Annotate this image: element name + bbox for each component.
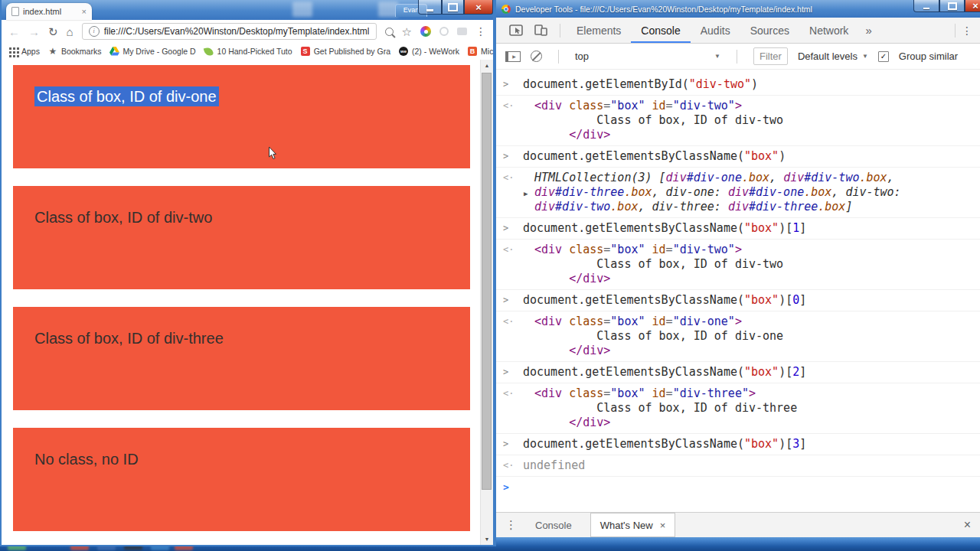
console-entry-command: >document.getElementsByClassName("box")[…	[496, 362, 980, 383]
browser-window: index.html × Evan × ← → ↻ ⌂ i file:///C:…	[0, 0, 496, 546]
no-class-box: No class, no ID	[13, 428, 470, 531]
leaf-icon	[204, 47, 214, 57]
address-bar[interactable]: i file:///C:/Users/Evan%20Winston/Deskto…	[82, 23, 377, 40]
devtools-window: Developer Tools - file:///C:/Users/Evan%…	[496, 0, 980, 537]
device-toolbar-icon[interactable]	[529, 24, 554, 37]
console-entry-command: >document.getElementsByClassName("box")[…	[496, 434, 980, 455]
bookmark-drive[interactable]: My Drive - Google D	[109, 47, 195, 57]
more-tabs-icon[interactable]: »	[858, 24, 878, 37]
clear-console-icon[interactable]	[531, 51, 542, 62]
bookmarks-star-icon: ★	[47, 47, 58, 57]
apps-grid-icon	[8, 47, 18, 57]
execution-context-dropdown[interactable]: top ▼	[575, 51, 720, 62]
bookmark-star-icon[interactable]: ☆	[402, 26, 412, 37]
close-icon: ×	[475, 2, 482, 12]
command-chevron-icon: >	[503, 437, 508, 452]
command-chevron-icon: >	[503, 221, 508, 236]
result-arrow-icon: <·	[503, 458, 514, 473]
maximize-button[interactable]	[939, 0, 965, 12]
devtools-drawer-bar: ⋮ Console What's New × ×	[496, 512, 980, 537]
minimize-button[interactable]	[913, 0, 939, 12]
tab-close-icon[interactable]: ×	[82, 8, 87, 16]
scroll-up-icon[interactable]: ▲	[481, 60, 493, 71]
google-drive-icon	[109, 47, 119, 57]
browser-menu-icon[interactable]: ⋮	[475, 26, 486, 37]
extension-color-wheel-icon[interactable]	[420, 26, 431, 37]
desktop: index.html × Evan × ← → ↻ ⌂ i file:///C:…	[0, 0, 980, 551]
drawer-menu-icon[interactable]: ⋮	[505, 518, 517, 532]
console-entry-prompt[interactable]: >	[496, 477, 980, 497]
page-content: Class of box, ID of div-one Class of box…	[2, 60, 493, 545]
bookmark-apps[interactable]: Apps	[8, 47, 40, 57]
page-favicon	[11, 7, 19, 16]
zoom-icon[interactable]	[385, 28, 394, 36]
group-similar-label: Group similar	[899, 51, 958, 62]
drawer-tab-console[interactable]: Console	[529, 520, 578, 531]
whats-new-close-icon[interactable]: ×	[660, 520, 666, 531]
result-arrow-icon: <·	[503, 171, 514, 185]
url-text: file:///C:/Users/Evan%20Winston/Desktop/…	[104, 26, 370, 37]
divider	[955, 24, 956, 37]
divider	[737, 50, 737, 64]
browser-tab[interactable]: index.html ×	[6, 3, 92, 20]
bookmarks-bar: Apps ★ Bookmarks My Drive - Google D 10 …	[2, 43, 493, 60]
result-arrow-icon: <·	[503, 386, 514, 401]
bookmark-hussinger[interactable]: B Michael Hussinger's S	[467, 47, 493, 57]
chevron-down-icon: ▼	[714, 53, 720, 60]
scrollbar-thumb[interactable]	[482, 73, 492, 490]
console-sidebar-icon[interactable]: ▶	[505, 51, 521, 62]
minimize-icon	[426, 9, 433, 11]
div-three-box: Class of box, ID of div-three	[13, 307, 470, 410]
forward-icon[interactable]: →	[28, 26, 40, 37]
result-arrow-icon: <·	[503, 99, 514, 113]
bookmark-tutorials[interactable]: 10 Hand-Picked Tuto	[204, 47, 292, 57]
console-entry-element: <·<div class="box" id="div-two"> Class o…	[496, 96, 980, 146]
back-icon[interactable]: ←	[8, 26, 20, 37]
extension-disabled-icon[interactable]	[457, 28, 467, 35]
tab-sources[interactable]: Sources	[740, 18, 799, 43]
desktop-icon	[292, 2, 312, 17]
devtools-titlebar[interactable]: Developer Tools - file:///C:/Users/Evan%…	[496, 0, 980, 18]
result-arrow-icon: <·	[503, 243, 514, 257]
chrome-icon	[501, 5, 511, 14]
div-two-box: Class of box, ID of div-two	[13, 186, 470, 289]
default-levels-dropdown[interactable]: Default levels ▼	[798, 51, 868, 62]
info-icon[interactable]: i	[89, 26, 100, 37]
inspect-element-icon[interactable]	[504, 24, 529, 37]
wework-icon: we	[398, 47, 409, 57]
close-icon: ×	[972, 1, 978, 11]
minimize-button[interactable]	[418, 0, 442, 15]
expand-triangle-icon[interactable]: ▶	[524, 187, 528, 201]
tab-elements[interactable]: Elements	[567, 18, 631, 43]
maximize-button[interactable]	[442, 0, 464, 15]
bookmark-wework[interactable]: we (2) - WeWork	[398, 47, 459, 57]
page-scrollbar[interactable]: ▲ ▼	[480, 60, 493, 545]
mouse-cursor-icon	[268, 146, 277, 163]
maximize-icon	[448, 3, 458, 11]
reload-icon[interactable]: ↻	[48, 26, 58, 37]
devtools-menu-icon[interactable]: ⋮	[962, 25, 972, 36]
scroll-down-icon[interactable]: ▼	[481, 533, 493, 545]
home-icon[interactable]: ⌂	[67, 26, 74, 37]
divider	[560, 24, 560, 37]
devtools-tabbar: Elements Console Audits Sources Network …	[496, 18, 980, 44]
console-entry-command: >document.getElementsByClassName("box")	[496, 146, 980, 168]
drawer-tab-whats-new[interactable]: What's New ×	[590, 513, 676, 537]
close-button[interactable]: ×	[464, 0, 493, 15]
console-entry-collection: <·HTMLCollection(3) [div#div-one.box, di…	[496, 168, 980, 218]
extension-disabled-icon[interactable]	[439, 27, 449, 36]
drawer-close-icon[interactable]: ×	[964, 518, 971, 532]
filter-input[interactable]: Filter	[753, 47, 788, 65]
tab-network[interactable]: Network	[799, 18, 858, 43]
tab-console[interactable]: Console	[631, 18, 690, 43]
group-similar-checkbox[interactable]: ✓	[878, 51, 889, 62]
bookmark-bookmarks[interactable]: ★ Bookmarks	[47, 47, 102, 57]
s-badge-icon: S	[300, 47, 311, 57]
tab-audits[interactable]: Audits	[691, 18, 740, 43]
bookmark-skillcrush[interactable]: S Get Published by Gra	[300, 47, 390, 57]
console-entry-element: <·<div class="box" id="div-one"> Class o…	[496, 311, 980, 362]
console-entry-undef: <·undefined	[496, 455, 980, 477]
console-entry-command: >document.getElementById("div-two")	[496, 74, 980, 96]
close-button[interactable]: ×	[965, 0, 980, 12]
browser-titlebar[interactable]: index.html × Evan ×	[2, 0, 493, 20]
